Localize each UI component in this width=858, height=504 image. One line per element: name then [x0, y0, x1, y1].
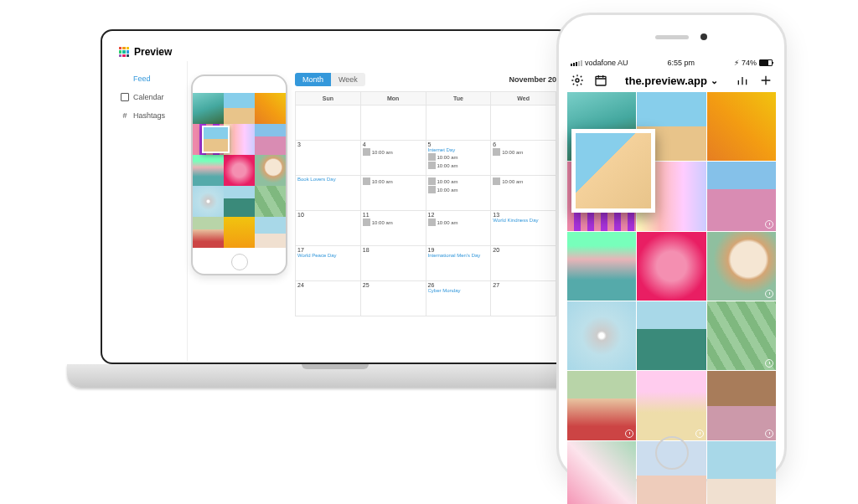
- calendar-event[interactable]: 10:00 am: [428, 219, 489, 226]
- calendar-cell[interactable]: [426, 105, 491, 141]
- calendar-cell[interactable]: 410:00 am: [360, 141, 426, 176]
- calendar-cell[interactable]: 10: [296, 211, 361, 246]
- calendar-cell[interactable]: 1110:00 am: [360, 211, 426, 246]
- battery-percent: 74%: [742, 59, 757, 67]
- sidebar-item-feed[interactable]: Feed: [117, 69, 183, 88]
- account-title: the.preview.app: [625, 75, 707, 87]
- calendar-event[interactable]: 10:00 am: [428, 153, 489, 161]
- analytics-icon[interactable]: [736, 74, 749, 87]
- feed-cell[interactable]: [707, 232, 776, 301]
- calendar-event-link[interactable]: World Peace Day: [297, 253, 359, 258]
- calendar-event[interactable]: 10:00 am: [428, 162, 489, 169]
- gear-icon[interactable]: [571, 74, 584, 87]
- calendar-cell[interactable]: 10:00 am: [360, 176, 426, 211]
- calendar-event[interactable]: 10:00 am: [428, 186, 489, 193]
- laptop-screen: Preview Feed Calendar Hashtags: [101, 29, 570, 364]
- calendar-event[interactable]: 10:00 am: [493, 148, 554, 156]
- sidebar-item-calendar[interactable]: Calendar: [117, 88, 183, 106]
- calendar-cell[interactable]: 610:00 am: [491, 141, 556, 176]
- feed-cell[interactable]: [707, 301, 776, 370]
- event-thumb-icon: [363, 219, 370, 226]
- feed-cell[interactable]: [637, 301, 706, 370]
- carrier-label: vodafone AU: [585, 59, 628, 67]
- day-number: 12: [428, 212, 489, 218]
- calendar-cell[interactable]: 25: [360, 281, 426, 316]
- sidebar-item-label: Feed: [133, 75, 151, 83]
- calendar-cell[interactable]: 26Cyber Monday: [426, 281, 491, 316]
- calendar-cell[interactable]: Book Lovers Day: [296, 176, 361, 211]
- day-number: 5: [428, 141, 489, 147]
- clock-icon: [765, 429, 773, 438]
- clock-icon: [765, 359, 773, 368]
- calendar-cell[interactable]: 13World Kindness Day: [491, 211, 556, 246]
- calendar-cell[interactable]: 5Internet Day10:00 am10:00 am: [426, 141, 491, 176]
- calendar-cell[interactable]: 24: [296, 281, 361, 316]
- feed-cell[interactable]: [567, 301, 636, 370]
- feed-cell[interactable]: [637, 232, 706, 301]
- view-month-button[interactable]: Month: [295, 73, 331, 86]
- day-number: 11: [363, 212, 424, 218]
- calendar-cell[interactable]: 1210:00 am: [426, 211, 491, 246]
- view-week-button[interactable]: Week: [331, 73, 365, 86]
- day-number: 27: [493, 282, 554, 288]
- day-number: 3: [297, 141, 359, 147]
- account-selector[interactable]: the.preview.app ⌄: [625, 75, 718, 87]
- calendar-cell[interactable]: 10:00 am: [491, 176, 556, 211]
- feed-cell[interactable]: [567, 371, 636, 440]
- calendar-cell[interactable]: 19International Men's Day: [426, 246, 491, 281]
- status-time: 6:55 pm: [668, 59, 695, 67]
- feed-cell[interactable]: [637, 371, 706, 440]
- calendar-cell[interactable]: 20: [491, 246, 556, 281]
- dragged-photo[interactable]: [571, 129, 655, 213]
- day-number: 26: [428, 282, 489, 288]
- event-thumb-icon: [363, 177, 370, 185]
- event-thumb-icon: [363, 148, 370, 156]
- phone-mock: vodafone AU 6:55 pm ⚡︎ 74% the.preview.a…: [556, 13, 787, 481]
- day-number: 19: [428, 247, 489, 253]
- calendar-cell[interactable]: [296, 105, 361, 141]
- calendar-cell[interactable]: [491, 105, 556, 141]
- calendar-event-link[interactable]: Cyber Monday: [428, 288, 489, 293]
- feed-cell[interactable]: [707, 92, 776, 161]
- calendar-icon[interactable]: [594, 74, 607, 87]
- calendar-cell[interactable]: 27: [491, 281, 556, 316]
- event-thumb-icon: [428, 186, 436, 193]
- calendar-event[interactable]: 10:00 am: [428, 177, 489, 185]
- app-header: Preview: [114, 43, 556, 61]
- event-thumb-icon: [428, 153, 436, 161]
- plus-icon[interactable]: [759, 74, 773, 87]
- calendar-cell[interactable]: 18: [360, 246, 426, 281]
- battery-icon: [759, 59, 773, 66]
- calendar-event-link[interactable]: Internet Day: [428, 147, 489, 152]
- sidebar: Feed Calendar Hashtags: [114, 61, 188, 361]
- feed-cell[interactable]: [707, 371, 776, 440]
- calendar-event[interactable]: 10:00 am: [493, 177, 554, 185]
- calendar-cell[interactable]: 17World Peace Day: [296, 246, 361, 281]
- day-number: 6: [493, 141, 554, 147]
- sidebar-item-hashtags[interactable]: Hashtags: [117, 106, 183, 125]
- day-number: 20: [493, 247, 554, 253]
- calendar-event-link[interactable]: International Men's Day: [428, 253, 489, 258]
- mini-phone-preview: [191, 75, 287, 275]
- event-thumb-icon: [493, 177, 500, 185]
- feed-cell[interactable]: [707, 441, 776, 504]
- clock-icon: [765, 290, 773, 298]
- view-toggle: Month Week: [295, 73, 365, 86]
- calendar-event-link[interactable]: Book Lovers Day: [297, 177, 359, 182]
- laptop-base: [67, 364, 603, 388]
- calendar-event-link[interactable]: World Kindness Day: [493, 218, 554, 223]
- calendar-event[interactable]: 10:00 am: [363, 219, 424, 226]
- calendar-event[interactable]: 10:00 am: [363, 148, 424, 156]
- calendar-cell[interactable]: 10:00 am10:00 am: [426, 176, 491, 211]
- feed-cell[interactable]: [707, 162, 776, 230]
- calendar-cell[interactable]: [360, 105, 426, 141]
- calendar-day-header: Mon: [360, 92, 426, 105]
- calendar-panel: Month Week November 20 SunMonTueWed 3410…: [295, 73, 556, 316]
- calendar-cell[interactable]: 3: [296, 141, 361, 176]
- status-bar: vodafone AU 6:55 pm ⚡︎ 74%: [567, 59, 776, 70]
- preview-app-logo-icon: [119, 47, 129, 57]
- feed-cell[interactable]: [567, 441, 636, 504]
- feed-cell[interactable]: [567, 232, 636, 301]
- home-button[interactable]: [655, 436, 689, 470]
- calendar-event[interactable]: 10:00 am: [363, 177, 424, 185]
